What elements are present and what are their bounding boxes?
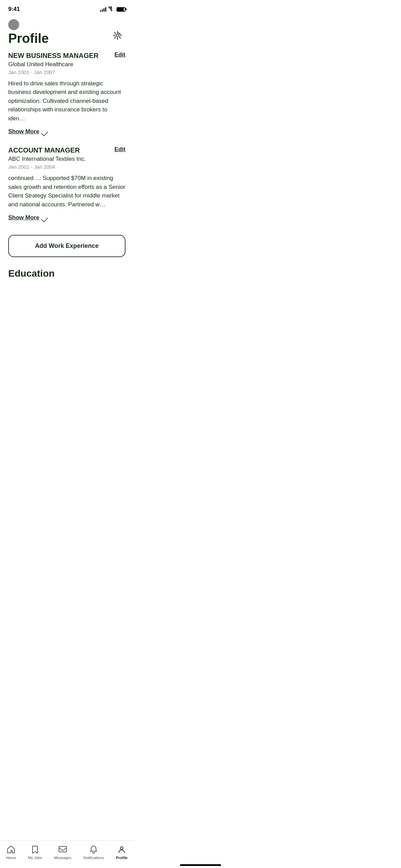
show-more-job-2[interactable]: Show More [8,214,47,221]
edit-job-2[interactable]: Edit [110,146,125,153]
job-dates-1: Jan 2001 - Jan 2007 [8,69,125,75]
job-company-1: Global United Healthcare [8,61,125,68]
battery-icon [117,7,125,12]
status-time: 9:41 [8,6,20,13]
settings-button[interactable] [110,27,125,44]
job-description-1: Hired to drive sales through strategic b… [8,79,125,123]
job-dates-2: Jan 2001 - Jan 2004 [8,164,125,170]
svg-point-0 [111,11,112,11]
education-section-title: Education [8,268,125,279]
add-work-experience-button[interactable]: Add Work Experience [8,235,125,257]
main-content: NEW BUSINESS MANAGER Edit Global United … [0,51,134,319]
job-entry-2: ACCOUNT MANAGER Edit ABC International T… [8,146,125,221]
job-company-2: ABC International Textiles Inc. [8,156,125,162]
chevron-down-icon [41,130,47,133]
signal-icon [100,7,106,12]
chevron-down-icon-2 [41,216,47,219]
job-title-2: ACCOUNT MANAGER [8,146,110,154]
gear-icon [112,30,123,40]
wifi-icon [108,7,114,12]
edit-job-1[interactable]: Edit [110,51,125,58]
page-header: Profile [0,16,134,51]
status-icons [100,7,125,12]
svg-point-1 [116,34,119,37]
job-description-2: continued … Supported $70M in existing s… [8,174,125,209]
job-entry-1: NEW BUSINESS MANAGER Edit Global United … [8,51,125,135]
show-more-job-1[interactable]: Show More [8,128,47,135]
avatar [8,19,19,30]
job-title-1: NEW BUSINESS MANAGER [8,51,110,60]
status-bar: 9:41 [0,0,134,16]
page-title: Profile [8,32,49,46]
